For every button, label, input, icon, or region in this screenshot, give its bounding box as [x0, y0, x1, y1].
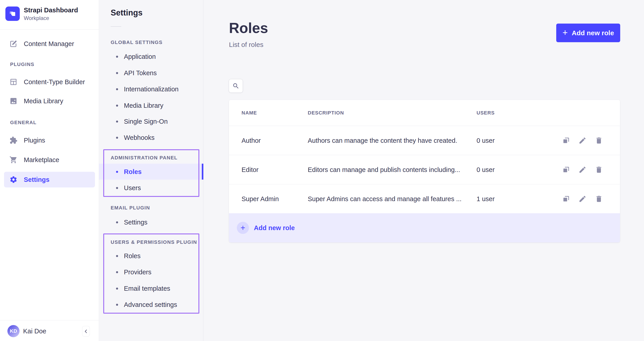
- user-name: Kai Doe: [23, 328, 46, 335]
- roles-table: NAME DESCRIPTION USERS Author Authors ca…: [229, 100, 620, 242]
- bullet-icon: [116, 88, 118, 90]
- sidebar-item-media-library[interactable]: Media Library: [0, 93, 99, 109]
- subnav-item-label: Media Library: [124, 102, 164, 109]
- trash-icon: [595, 166, 603, 174]
- table-footer-add-role[interactable]: + Add new role: [229, 213, 620, 242]
- table-header: NAME DESCRIPTION USERS: [229, 100, 620, 126]
- subnav-group-administration-panel: ADMINISTRATION PANEL: [111, 155, 178, 161]
- subnav-item-roles-admin[interactable]: Roles: [116, 167, 142, 177]
- search-button[interactable]: [229, 79, 243, 93]
- table-row-editor[interactable]: Editor Editors can manage and publish co…: [229, 155, 620, 184]
- bullet-icon: [116, 171, 118, 173]
- role-description: Authors can manage the content they have…: [308, 126, 457, 155]
- bullet-icon: [116, 72, 118, 74]
- row-actions: [562, 184, 603, 214]
- subnav-item-api-tokens[interactable]: API Tokens: [116, 68, 157, 78]
- column-header-description: DESCRIPTION: [308, 100, 344, 126]
- subnav-item-users-admin[interactable]: Users: [116, 183, 141, 193]
- subnav-title: Settings: [111, 8, 142, 18]
- page-title: Roles: [229, 20, 268, 36]
- subnav-item-label: Application: [124, 53, 156, 60]
- role-name: Editor: [242, 155, 258, 184]
- subnav-item-label: Advanced settings: [124, 301, 177, 308]
- settings-subnav: Settings GLOBAL SETTINGS Application API…: [99, 0, 203, 341]
- workspace-brand[interactable]: Strapi Dashboard Workplace: [6, 6, 78, 21]
- subnav-item-email-settings[interactable]: Settings: [116, 217, 148, 227]
- duplicate-icon: [562, 166, 570, 174]
- edit-role-button[interactable]: [578, 166, 586, 174]
- subnav-item-label: Single Sign-On: [124, 118, 168, 125]
- role-users-count: 0 user: [476, 126, 495, 155]
- subnav-item-label: Email templates: [124, 285, 170, 292]
- sidebar-item-marketplace[interactable]: Marketplace: [0, 152, 99, 168]
- subnav-item-internationalization[interactable]: Internationalization: [116, 84, 178, 94]
- edit-role-button[interactable]: [578, 195, 586, 203]
- content-type-builder-icon: [10, 78, 18, 86]
- subnav-item-application[interactable]: Application: [116, 52, 156, 62]
- workspace-title: Strapi Dashboard: [24, 6, 78, 14]
- duplicate-icon: [562, 136, 570, 144]
- column-header-users: USERS: [476, 100, 495, 126]
- bullet-icon: [116, 271, 118, 273]
- title-underline: [111, 26, 121, 27]
- search-icon: [232, 82, 240, 90]
- delete-role-button[interactable]: [595, 136, 603, 144]
- subnav-item-label: Settings: [124, 219, 148, 226]
- plugins-icon: [10, 136, 18, 144]
- delete-role-button[interactable]: [595, 166, 603, 174]
- delete-role-button[interactable]: [595, 195, 603, 203]
- table-row-author[interactable]: Author Authors can manage the content th…: [229, 126, 620, 155]
- sidebar-item-content-type-builder[interactable]: Content-Type Builder: [0, 74, 99, 90]
- subnav-item-single-sign-on[interactable]: Single Sign-On: [116, 116, 168, 126]
- edit-role-button[interactable]: [578, 136, 586, 144]
- subnav-item-email-templates[interactable]: Email templates: [116, 284, 170, 294]
- sidebar-section-plugins: PLUGINS: [10, 62, 34, 67]
- add-new-role-button[interactable]: + Add new role: [556, 24, 620, 42]
- collapse-sidebar-button[interactable]: [82, 326, 90, 336]
- sidebar-item-settings[interactable]: Settings: [0, 172, 99, 188]
- bullet-icon: [116, 137, 118, 139]
- sidebar-item-content-manager[interactable]: Content Manager: [0, 36, 99, 52]
- marketplace-icon: [10, 156, 18, 164]
- subnav-item-roles-up[interactable]: Roles: [116, 251, 140, 261]
- subnav-item-providers[interactable]: Providers: [116, 267, 152, 277]
- plus-circle-icon: +: [237, 222, 249, 234]
- plus-icon: +: [562, 28, 568, 37]
- row-actions: [562, 126, 603, 155]
- bullet-icon: [116, 255, 118, 257]
- subnav-item-advanced-settings[interactable]: Advanced settings: [116, 300, 177, 310]
- bullet-icon: [116, 304, 118, 306]
- sidebar-section-general: GENERAL: [10, 120, 36, 126]
- subnav-group-users-permissions-plugin: USERS & PERMISSIONS PLUGIN: [111, 239, 197, 245]
- edit-pencil-icon: [578, 136, 586, 144]
- avatar: KD: [8, 325, 20, 337]
- edit-pencil-icon: [578, 166, 586, 174]
- add-new-role-label: Add new role: [572, 29, 614, 37]
- main-content: Roles List of roles + Add new role NAME …: [203, 0, 644, 341]
- table-row-super-admin[interactable]: Super Admin Super Admins can access and …: [229, 184, 620, 213]
- sidebar-item-label: Marketplace: [24, 156, 59, 164]
- sidebar-item-plugins[interactable]: Plugins: [0, 132, 99, 148]
- subnav-item-label: API Tokens: [124, 69, 157, 77]
- content-manager-icon: [10, 40, 18, 48]
- duplicate-role-button[interactable]: [562, 195, 570, 203]
- subnav-item-webhooks[interactable]: Webhooks: [116, 133, 155, 142]
- subnav-item-label: Roles: [124, 252, 140, 260]
- role-users-count: 0 user: [476, 155, 495, 184]
- row-actions: [562, 155, 603, 184]
- settings-gear-icon: [10, 176, 18, 184]
- user-menu[interactable]: KD Kai Doe: [8, 325, 46, 337]
- edit-pencil-icon: [578, 195, 586, 203]
- role-users-count: 1 user: [476, 184, 495, 214]
- sidebar-item-label: Content Manager: [24, 40, 74, 48]
- footer-add-role-label: Add new role: [254, 224, 295, 232]
- sidebar-item-label: Media Library: [24, 98, 63, 105]
- duplicate-role-button[interactable]: [562, 166, 570, 174]
- sidebar-divider: [0, 30, 99, 30]
- column-header-name: NAME: [242, 100, 257, 126]
- subnav-item-media-library[interactable]: Media Library: [116, 100, 164, 110]
- sidebar-item-label: Content-Type Builder: [24, 78, 85, 86]
- trash-icon: [595, 136, 603, 144]
- subnav-item-label: Roles: [124, 168, 142, 176]
- duplicate-role-button[interactable]: [562, 136, 570, 144]
